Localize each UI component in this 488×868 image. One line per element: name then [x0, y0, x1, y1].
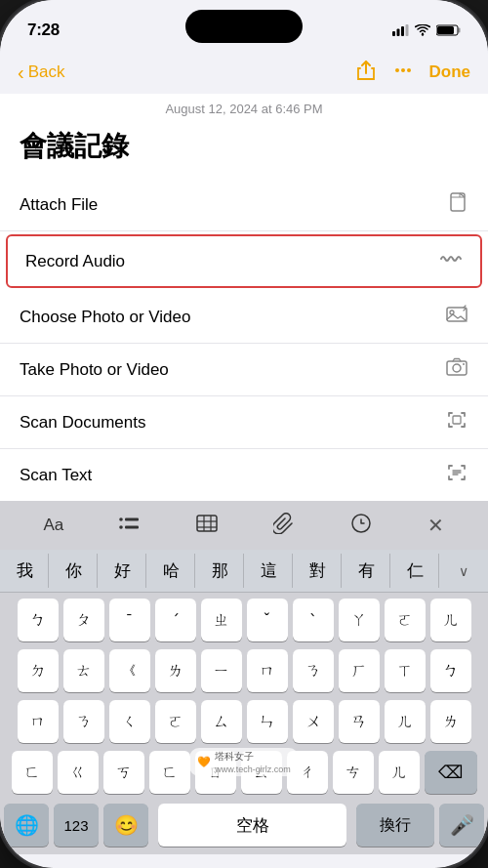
mic-key[interactable]: 🎤: [439, 804, 484, 847]
menu-item-scan-documents[interactable]: Scan Documents: [0, 396, 488, 449]
key-ㄛ2[interactable]: ㄛ: [155, 700, 196, 743]
suggestion-那[interactable]: 那: [195, 559, 244, 582]
menu-item-scan-text[interactable]: Scan Text: [0, 449, 488, 501]
keyboard-row-3: ㄇ ㄋ ㄑ ㄛ ㄙ ㄣ ㄨ ㄢ ㄦ ㄌ: [4, 700, 484, 743]
key-ㄆ[interactable]: ㄆ: [63, 599, 104, 641]
nav-actions: Done: [355, 60, 471, 86]
status-icons: [392, 24, 461, 36]
key-ㄦ[interactable]: ㄦ: [430, 599, 471, 641]
key-ㄔ[interactable]: ㄔ: [287, 751, 328, 794]
key-ㄑ[interactable]: ㄑ: [109, 700, 150, 743]
signal-icon: [392, 24, 409, 36]
key-ㄈ2[interactable]: ㄈ: [149, 751, 190, 794]
wifi-icon: [415, 24, 430, 36]
scan-documents-label: Scan Documents: [20, 413, 145, 433]
key-tone3[interactable]: ˇ: [247, 599, 288, 641]
nav-bar: ‹ Back: [0, 51, 488, 94]
key-123[interactable]: 123: [54, 804, 99, 847]
suggestion-有[interactable]: 有: [342, 559, 390, 582]
note-content: August 12, 2024 at 6:46 PM 會議記錄: [0, 94, 488, 179]
key-tone4[interactable]: ˋ: [293, 599, 334, 641]
key-ㄇ2[interactable]: ㄇ: [247, 649, 288, 692]
note-date: August 12, 2024 at 6:46 PM: [20, 94, 468, 122]
key-ㄦ3[interactable]: ㄦ: [379, 751, 420, 794]
space-key[interactable]: 空格: [158, 804, 346, 847]
suggestion-好[interactable]: 好: [98, 559, 146, 582]
note-title: 會議記錄: [20, 122, 468, 179]
key-ㄈ[interactable]: ㄈ: [12, 751, 53, 794]
toolbar-table-icon[interactable]: [196, 515, 218, 537]
suggestion-ren[interactable]: 仁: [390, 559, 439, 582]
key-ㄍ[interactable]: ㄍ: [58, 751, 99, 794]
key-ㄘ[interactable]: ㄘ: [333, 751, 374, 794]
record-audio-label: Record Audio: [25, 252, 125, 271]
delete-key[interactable]: ⌫: [425, 751, 477, 794]
key-ㄋ3[interactable]: ㄋ: [63, 700, 104, 743]
choose-photo-label: Choose Photo or Video: [20, 308, 190, 327]
key-5[interactable]: ㄅ: [430, 649, 471, 692]
return-key[interactable]: 換行: [356, 804, 434, 847]
key-ㄅ[interactable]: ㄅ: [18, 599, 59, 641]
choose-photo-icon: [445, 304, 468, 330]
key-tone2[interactable]: ˊ: [155, 599, 196, 641]
menu-item-choose-photo[interactable]: Choose Photo or Video: [0, 291, 488, 344]
share-icon[interactable]: [355, 60, 377, 86]
suggestion-這[interactable]: 這: [244, 559, 293, 582]
key-ㄣ[interactable]: ㄣ: [247, 700, 288, 743]
dynamic-island: [185, 10, 303, 43]
key-ㄋ2[interactable]: ㄋ: [293, 649, 334, 692]
svg-point-8: [395, 68, 399, 72]
key-ㄛ[interactable]: ㄛ: [385, 599, 426, 641]
key-tone1[interactable]: ˉ: [109, 599, 150, 641]
back-button[interactable]: ‹ Back: [18, 62, 64, 82]
toolbar-compose-icon[interactable]: [350, 513, 372, 539]
suggestion-對[interactable]: 對: [293, 559, 342, 582]
toolbar-list-icon[interactable]: [119, 515, 141, 537]
svg-rect-2: [401, 26, 404, 36]
key-ㄙ[interactable]: ㄙ: [201, 700, 242, 743]
svg-rect-3: [406, 24, 409, 36]
more-icon[interactable]: [392, 60, 414, 86]
key-ㄧ[interactable]: ㄧ: [201, 649, 242, 692]
svg-rect-0: [392, 31, 395, 36]
globe-key[interactable]: 🌐: [4, 804, 49, 847]
key-ㄚ[interactable]: ㄚ: [339, 599, 380, 641]
key-ㄇ3[interactable]: ㄇ: [18, 700, 59, 743]
suggestion-哈[interactable]: 哈: [146, 559, 195, 582]
back-label[interactable]: Back: [28, 62, 65, 82]
scan-documents-icon: [445, 409, 468, 435]
key-ㄏ[interactable]: ㄏ: [339, 649, 380, 692]
key-ㄊ[interactable]: ㄊ: [63, 649, 104, 692]
suggestion-我[interactable]: 我: [0, 559, 49, 582]
key-ㄖ[interactable]: ㄖ: [195, 751, 236, 794]
emoji-key[interactable]: 😊: [103, 804, 148, 847]
key-ㄙ2[interactable]: ㄙ: [241, 751, 282, 794]
menu-item-record-audio[interactable]: Record Audio: [6, 234, 482, 288]
key-ㄉ[interactable]: ㄉ: [18, 649, 59, 692]
toolbar-font-icon[interactable]: Aa: [44, 516, 64, 535]
phone-screen: 7:28: [0, 0, 488, 868]
key-ㄓ[interactable]: ㄓ: [201, 599, 242, 641]
phone-frame: 7:28: [0, 0, 488, 868]
menu-item-attach-file[interactable]: Attach File: [0, 179, 488, 231]
svg-rect-22: [197, 516, 217, 531]
attach-file-icon: [447, 191, 468, 218]
key-ㄒ[interactable]: ㄒ: [385, 649, 426, 692]
done-button[interactable]: Done: [429, 62, 471, 82]
key-ㄨ[interactable]: ㄨ: [293, 700, 334, 743]
svg-point-18: [120, 517, 124, 521]
key-ㄎ[interactable]: ㄎ: [103, 751, 144, 794]
key-ㄦ2[interactable]: ㄦ: [385, 700, 426, 743]
suggestions-expand[interactable]: ∨: [439, 563, 488, 579]
scan-text-label: Scan Text: [20, 466, 92, 485]
suggestion-你[interactable]: 你: [49, 559, 98, 582]
svg-point-19: [120, 525, 124, 529]
menu-item-take-photo[interactable]: Take Photo or Video: [0, 344, 488, 396]
key-ㄢ[interactable]: ㄢ: [339, 700, 380, 743]
key-ㄌ2[interactable]: ㄌ: [430, 700, 471, 743]
key-bb[interactable]: 《: [109, 649, 150, 692]
scan-text-icon: [445, 462, 468, 488]
toolbar-attach-icon[interactable]: [273, 513, 295, 539]
toolbar-close-icon[interactable]: ✕: [427, 514, 444, 537]
key-ㄌ[interactable]: ㄌ: [155, 649, 196, 692]
